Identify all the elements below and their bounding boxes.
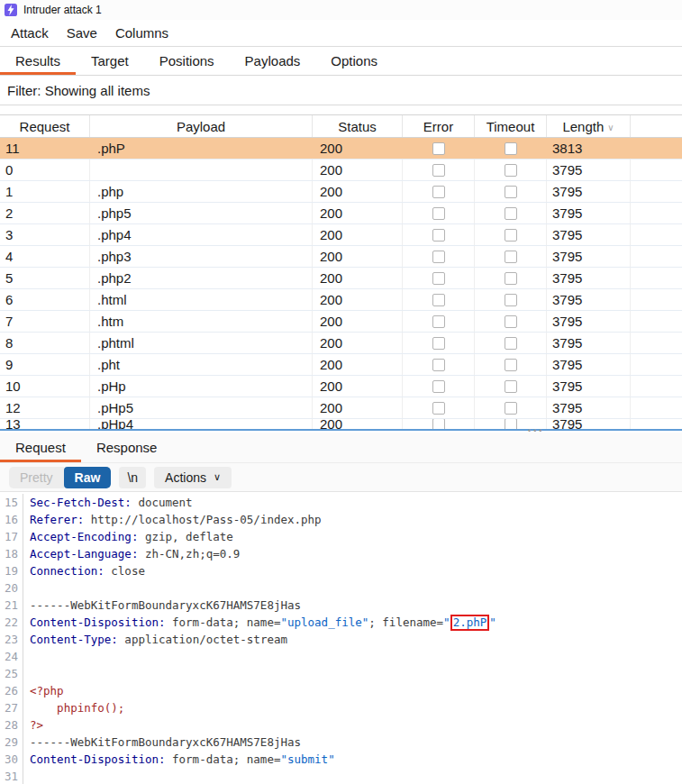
table-row[interactable]: 1.php2003795 xyxy=(0,181,682,203)
table-row[interactable]: 11.phP2003813 xyxy=(0,138,682,160)
cell-request: 10 xyxy=(0,376,90,397)
cell-payload: .html xyxy=(90,289,313,310)
column-header-error[interactable]: Error xyxy=(403,115,475,137)
table-row[interactable]: 02003795 xyxy=(0,160,682,181)
table-row[interactable]: 10.pHp2003795 xyxy=(0,376,682,397)
error-checkbox[interactable] xyxy=(432,272,445,285)
tab-request[interactable]: Request xyxy=(0,433,81,462)
tab-payloads[interactable]: Payloads xyxy=(230,47,316,75)
timeout-checkbox[interactable] xyxy=(505,207,517,220)
table-row[interactable]: 9.pht2003795 xyxy=(0,354,682,376)
column-header-payload[interactable]: Payload xyxy=(90,115,313,137)
menu-item-attack[interactable]: Attack xyxy=(2,20,58,46)
cell-status: 200 xyxy=(313,181,403,202)
table-row[interactable]: 7.htm2003795 xyxy=(0,311,682,333)
table-row[interactable]: 12.pHp52003795 xyxy=(0,397,682,419)
tab-response[interactable]: Response xyxy=(81,433,173,462)
cell-spacer xyxy=(631,224,682,245)
code-token: "submit" xyxy=(280,752,334,766)
timeout-checkbox[interactable] xyxy=(505,380,517,393)
timeout-cell xyxy=(475,268,547,288)
table-row[interactable]: 4.php32003795 xyxy=(0,246,682,268)
cell-payload: .htm xyxy=(90,311,313,332)
column-header-request[interactable]: Request xyxy=(0,115,90,137)
timeout-cell xyxy=(475,138,547,159)
pretty-button[interactable]: Pretty xyxy=(9,467,64,488)
cell-request: 9 xyxy=(0,354,90,375)
timeout-checkbox[interactable] xyxy=(505,359,517,371)
column-header-length[interactable]: Length∨ xyxy=(547,115,631,137)
timeout-cell xyxy=(475,246,547,267)
error-checkbox[interactable] xyxy=(432,251,445,263)
timeout-checkbox[interactable] xyxy=(505,251,517,263)
code-token: application/octet-stream xyxy=(118,633,287,646)
error-checkbox[interactable] xyxy=(432,402,445,415)
cell-request: 5 xyxy=(0,268,90,288)
column-header-status[interactable]: Status xyxy=(313,115,403,137)
code-line: 17Accept-Encoding: gzip, deflate xyxy=(0,528,682,545)
cell-length: 3795 xyxy=(547,224,631,245)
timeout-checkbox[interactable] xyxy=(505,186,517,198)
cell-payload: .php2 xyxy=(90,268,313,288)
tab-results[interactable]: Results xyxy=(0,47,76,75)
line-number: 15 xyxy=(0,494,23,511)
error-checkbox[interactable] xyxy=(432,337,445,350)
table-row[interactable]: 5.php22003795 xyxy=(0,268,682,289)
error-cell xyxy=(403,419,475,429)
timeout-checkbox[interactable] xyxy=(505,229,517,242)
newline-toggle-button[interactable]: \n xyxy=(119,467,146,488)
code-token: form-data; name= xyxy=(166,752,281,766)
timeout-checkbox[interactable] xyxy=(505,164,517,177)
error-cell xyxy=(403,333,475,353)
error-cell xyxy=(403,311,475,332)
column-header-label: Length xyxy=(562,119,604,134)
menu-item-columns[interactable]: Columns xyxy=(106,20,177,46)
intruder-lightning-icon xyxy=(5,4,17,16)
tab-options[interactable]: Options xyxy=(315,47,393,75)
raw-button[interactable]: Raw xyxy=(64,467,112,488)
cell-status: 200 xyxy=(313,397,403,418)
error-checkbox[interactable] xyxy=(432,207,445,220)
error-checkbox[interactable] xyxy=(432,142,445,155)
cell-spacer xyxy=(631,246,682,267)
request-editor[interactable]: 15Sec-Fetch-Dest: document16Referer: htt… xyxy=(0,492,682,784)
error-checkbox[interactable] xyxy=(432,186,445,198)
timeout-checkbox[interactable] xyxy=(505,337,517,350)
code-token: phpinfo(); xyxy=(30,701,124,715)
error-checkbox[interactable] xyxy=(432,294,445,306)
code-token: form-data; name= xyxy=(166,615,281,629)
error-checkbox[interactable] xyxy=(432,229,445,242)
tab-target[interactable]: Target xyxy=(76,47,144,75)
table-row[interactable]: 2.php52003795 xyxy=(0,203,682,224)
code-text: phpinfo(); xyxy=(30,701,124,715)
column-header-timeout[interactable]: Timeout xyxy=(475,115,547,137)
actions-button[interactable]: Actions ∨ xyxy=(154,467,232,488)
filter-bar[interactable]: Filter: Showing all items xyxy=(0,76,682,105)
timeout-checkbox[interactable] xyxy=(505,402,517,415)
error-checkbox[interactable] xyxy=(432,359,445,371)
error-checkbox[interactable] xyxy=(432,315,445,328)
line-number: 16 xyxy=(0,511,23,528)
view-mode-segment: Pretty Raw xyxy=(9,467,111,488)
timeout-checkbox[interactable] xyxy=(505,294,517,306)
column-header-label: Timeout xyxy=(486,119,535,134)
menu-bar: AttackSaveColumns xyxy=(0,20,682,47)
table-header: RequestPayloadStatusErrorTimeoutLength∨ xyxy=(0,114,682,138)
table-row[interactable]: 8.phtml2003795 xyxy=(0,333,682,354)
table-row[interactable]: 3.php42003795 xyxy=(0,224,682,246)
menu-item-save[interactable]: Save xyxy=(58,20,106,46)
error-checkbox[interactable] xyxy=(432,380,445,393)
timeout-checkbox[interactable] xyxy=(505,419,517,429)
timeout-checkbox[interactable] xyxy=(505,315,517,328)
cell-status: 200 xyxy=(313,203,403,223)
table-row[interactable]: 13.pHp42003795 xyxy=(0,419,682,429)
timeout-checkbox[interactable] xyxy=(505,142,517,155)
error-checkbox[interactable] xyxy=(432,419,445,429)
timeout-cell xyxy=(475,311,547,332)
tab-positions[interactable]: Positions xyxy=(144,47,230,75)
timeout-checkbox[interactable] xyxy=(505,272,517,285)
timeout-cell xyxy=(475,397,547,418)
timeout-cell xyxy=(475,333,547,353)
table-row[interactable]: 6.html2003795 xyxy=(0,289,682,311)
error-checkbox[interactable] xyxy=(432,164,445,177)
